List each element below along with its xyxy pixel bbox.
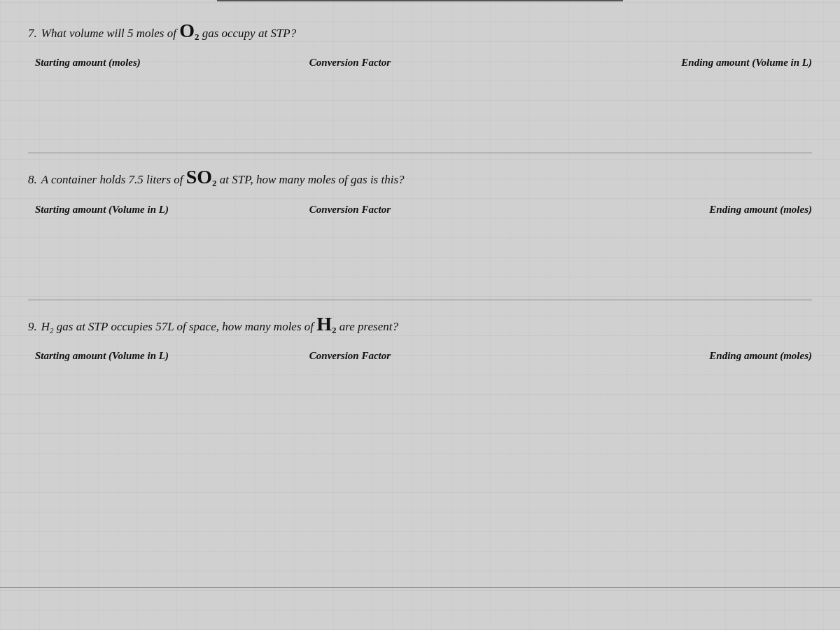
q9-text: H2 gas at STP occupies 57L of space, how… (41, 314, 398, 336)
q7-text-before: What volume will 5 moles of (41, 27, 179, 40)
q7-number: 7. (28, 27, 37, 41)
question-7-title: 7. What volume will 5 moles of O2 gas oc… (28, 21, 812, 43)
question-9-block: 9. H2 gas at STP occupies 57L of space, … (28, 314, 812, 425)
q8-labels-row: Starting amount (Volume in L) Conversion… (28, 204, 812, 216)
page-background: 7. What volume will 5 moles of O2 gas oc… (0, 0, 840, 630)
bottom-line (0, 587, 840, 588)
q8-answer-area (28, 223, 812, 279)
content-area: 7. What volume will 5 moles of O2 gas oc… (0, 0, 840, 630)
q9-labels-row: Starting amount (Volume in L) Conversion… (28, 350, 812, 362)
q8-chem-symbol: SO (186, 166, 212, 188)
q7-text-after: gas occupy at STP? (199, 27, 296, 40)
q7-text: What volume will 5 moles of O2 gas occup… (41, 21, 296, 43)
q9-label-col3: Ending amount (moles) (455, 350, 812, 362)
q8-label-col2: Conversion Factor (245, 204, 455, 216)
q8-number: 8. (28, 173, 37, 187)
q8-q9-divider (28, 300, 812, 300)
q8-text-before: A container holds 7.5 liters of (41, 173, 186, 186)
q9-text-after: are present? (337, 320, 398, 333)
q9-label-col1: Starting amount (Volume in L) (35, 350, 245, 362)
q9-answer-area (28, 369, 812, 425)
q8-label-col3: Ending amount (moles) (455, 204, 812, 216)
q7-label-col1: Starting amount (moles) (35, 57, 245, 69)
question-9-title: 9. H2 gas at STP occupies 57L of space, … (28, 314, 812, 336)
question-8-title: 8. A container holds 7.5 liters of SO2 a… (28, 167, 812, 189)
q9-chem-symbol: H (316, 313, 332, 335)
question-8-block: 8. A container holds 7.5 liters of SO2 a… (28, 167, 812, 278)
q7-q8-divider (28, 153, 812, 153)
q7-labels-row: Starting amount (moles) Conversion Facto… (28, 57, 812, 69)
q8-text-after: at STP, how many moles of gas is this? (217, 173, 405, 186)
q7-label-col3: Ending amount (Volume in L) (455, 57, 812, 69)
q7-chem-symbol: O (179, 20, 195, 41)
question-7-block: 7. What volume will 5 moles of O2 gas oc… (28, 21, 812, 132)
q9-text-middle: gas at STP occupies 57L of space, how ma… (54, 320, 317, 333)
q7-answer-area (28, 76, 812, 132)
q8-text: A container holds 7.5 liters of SO2 at S… (41, 167, 405, 189)
q9-label-col2: Conversion Factor (245, 350, 455, 362)
q8-label-col1: Starting amount (Volume in L) (35, 204, 245, 216)
q9-number: 9. (28, 320, 37, 334)
q7-label-col2: Conversion Factor (245, 57, 455, 69)
q9-text-before: H2 (41, 320, 54, 333)
